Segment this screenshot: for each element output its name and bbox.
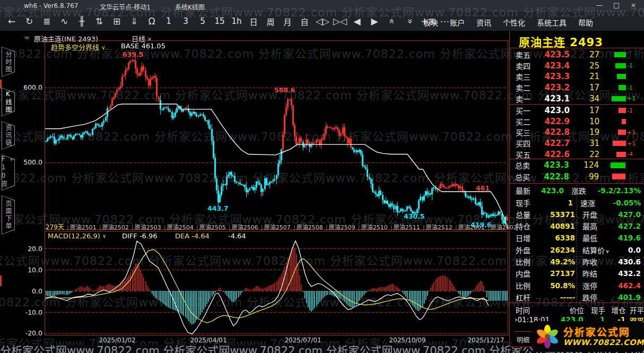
order-book-row-买三[interactable]: 买三422.819+1 [510, 127, 644, 138]
timeline-chart-icon[interactable]: ∿ [58, 16, 71, 27]
axis-tick: | [196, 224, 198, 231]
zoom-in-icon[interactable]: « [386, 16, 398, 27]
macd-diff-value: DIFF -6.96 [122, 232, 158, 240]
total-volume-bar [611, 162, 625, 168]
order-book-row-卖二[interactable]: 卖二423.217-1 [510, 82, 644, 93]
chevron-down-icon[interactable]: ▼ [606, 249, 609, 254]
info-value: 50.8% [549, 281, 575, 290]
ob-label: 买一 [510, 105, 539, 116]
order-book-row-买五[interactable]: 买五422.622-4 [510, 149, 644, 160]
cloud-download-icon[interactable]: ⇓ [128, 16, 141, 27]
ticker-separator [510, 303, 644, 303]
contract-label-原油2506: |原油2506 [229, 222, 258, 231]
macd-dea-value: DEA -4.64 [175, 232, 210, 240]
axis-tick: | [326, 224, 328, 231]
sidebar-tab-分时图[interactable]: 分时图 [2, 47, 15, 77]
minimize-button[interactable]: — [594, 1, 605, 9]
order-book-row-买二[interactable]: 买二422.910 [510, 116, 644, 127]
ob-label: 买五 [510, 149, 539, 160]
ob-label: 总卖 [510, 160, 538, 170]
order-book-row-卖五[interactable]: 卖五423.527 [510, 49, 644, 61]
info-row-持仓-最高: 持仓40891最高427.2 [510, 220, 644, 233]
period-button-自[interactable]: 自 [299, 16, 310, 27]
period-button-5[interactable]: 5 [197, 16, 208, 26]
order-book-row-卖一[interactable]: 卖一423.134+1 [510, 93, 644, 104]
quote-board-icon[interactable]: ≣ [40, 16, 53, 27]
sidebar-tab-页面下单[interactable]: 页面下单 [2, 195, 15, 235]
order-book-row-卖四[interactable]: 卖四423.425-1 [510, 61, 644, 72]
info-value: -9.2/2.13% [598, 186, 644, 195]
application-window: 分析家公式网www.70822.com 分析家公式网www.70822.com … [0, 0, 644, 353]
main-chart-panel[interactable] [45, 40, 508, 230]
date-label-2025/07/01: 2025/07/01 [284, 337, 321, 344]
info-label: 涨停 [575, 280, 616, 291]
workspace-tab-cloud[interactable]: 文华云节点-移动1 [100, 2, 151, 11]
refresh-icon[interactable]: ↻ [23, 16, 36, 27]
period-button-月[interactable]: 月 [282, 16, 293, 27]
menu-item-账户[interactable]: 账户 [450, 17, 465, 28]
link-icon[interactable]: ∞ [24, 33, 30, 41]
axis-tick: | [99, 224, 101, 231]
tab-trade-detail[interactable]: 明细 [511, 331, 535, 347]
totals-row-总买: 总买422.899 [510, 171, 643, 183]
macd-indicator-select[interactable]: MACD(12,26,9) ∨ [48, 232, 106, 240]
alert-bell-icon[interactable]: Ω [145, 16, 158, 27]
period-button-周[interactable]: 周 [265, 16, 276, 27]
date-label-2025/01/02: 2025/01/02 [99, 337, 135, 344]
kline-chart-icon[interactable]: ╫ [75, 16, 88, 27]
ob-price: 422.9 [539, 117, 570, 126]
order-panel-icon[interactable]: ⊞ [110, 16, 123, 27]
period-button-15[interactable]: 15 [214, 16, 225, 26]
period-button-日[interactable]: 日 [248, 16, 259, 27]
period-button-1h[interactable]: 1h [231, 16, 242, 26]
axis-tick: | [358, 224, 360, 231]
ob-delta: +1 [627, 129, 636, 136]
info-label: 开盘 [575, 209, 616, 220]
y-tick-500.0: 500.0 [19, 158, 42, 166]
date-label-2025/10/09: 2025/10/09 [389, 337, 425, 344]
macd-canvas[interactable] [45, 231, 508, 335]
period-button-1[interactable]: 1 [163, 16, 175, 26]
order-book-row-买一[interactable]: 买一423.017-1 [510, 105, 644, 116]
ob-label: 买四 [510, 138, 539, 149]
menu-item-资讯[interactable]: 资讯 [476, 17, 491, 28]
sidebar-tab-F10资料[interactable]: F10资料 [2, 154, 15, 191]
menu-item-个性化[interactable]: 个性化 [503, 17, 525, 28]
macd-panel[interactable] [45, 231, 508, 335]
ob-delta: -1 [627, 84, 633, 91]
contract-label-原油2511: |原油2511 [390, 222, 420, 231]
sidebar-accent-top [0, 80, 2, 89]
scroll-left-icon[interactable]: ◀ [351, 16, 363, 27]
ob-delta: +1 [627, 95, 636, 102]
expand-bars-icon[interactable]: ▷◁ [333, 16, 346, 27]
compress-bars-icon[interactable]: ◁▷ [316, 16, 328, 27]
menu-item-帮助[interactable]: 帮助 [578, 17, 593, 28]
ob-bar-zone: -1 [609, 63, 643, 68]
sidebar-tab-K线图[interactable]: K线图 [2, 88, 15, 116]
menu-item-板块[interactable]: 板块 [423, 17, 438, 28]
scroll-right-icon[interactable]: ▶ [368, 16, 381, 27]
ob-volume-bar [616, 152, 626, 157]
order-book-row-买四[interactable]: 买四422.731+1 [510, 138, 644, 149]
info-row-外盘-结算价: 外盘26234结算价▼0.0 [510, 244, 644, 256]
menu-item-系统工具[interactable]: 系统工具 [537, 17, 567, 28]
info-label: 结算价▼ [575, 245, 616, 255]
period-button-3[interactable]: 3 [180, 16, 192, 26]
maximize-button[interactable]: □ [611, 1, 622, 9]
window-title: wh6 - Ver6.8.767 [24, 2, 78, 10]
info-value: 40891 [549, 222, 575, 230]
tick-chart-icon[interactable]: ⇅ [93, 16, 106, 27]
kline-canvas[interactable] [45, 41, 508, 229]
sidebar-tab-资讯链[interactable]: 资讯链 [2, 121, 15, 150]
indicator-select[interactable]: 趋势多空分界线 ∨ [51, 42, 105, 52]
info-label: 杠杆 [510, 292, 549, 303]
order-book-row-卖三[interactable]: 卖三423.321 [510, 71, 644, 82]
back-icon[interactable]: ← [5, 16, 18, 27]
ob-volume-bar [612, 96, 626, 101]
zoom-out-icon[interactable]: « [403, 16, 416, 27]
toolbar: ←↻≣∿╫⇅⊞⇓Ω135151h日周月自◁▷▷◁◀▶««+≣⋯ [5, 13, 456, 30]
info-label: 日增 [510, 233, 549, 243]
workspace-tab-kline[interactable]: 系统K线图 [175, 2, 205, 11]
contract-label-原油2501: |原油2501 [67, 222, 97, 231]
close-button[interactable]: × [628, 1, 639, 9]
